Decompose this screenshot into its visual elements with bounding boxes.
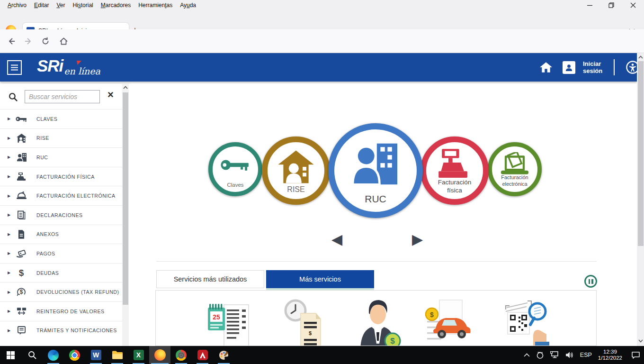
svg-text:25: 25 [213,313,220,321]
svg-text:$: $ [309,330,312,336]
taskbar-explorer-icon[interactable] [107,346,128,364]
menu-marcadores[interactable]: Marcadores [97,0,134,10]
carousel-pause-button[interactable] [584,275,597,288]
scroll-up-icon[interactable] [123,86,128,89]
carousel-rise[interactable]: RISE [262,136,330,205]
tray-time: 12:39 [603,349,617,355]
header-divider [614,59,615,75]
sidebar-item-tramites[interactable]: ▶ TRÁMITES Y NOTIFICACIONES [0,321,122,340]
sri-logo[interactable]: SRien línea [37,56,99,75]
taskbar-word-icon[interactable]: W [85,346,107,364]
hand-card-icon [15,249,27,258]
sidebar-search-row: × [0,88,122,109]
taskbar-acrobat-icon[interactable] [192,346,213,364]
taskbar-chrome-icon[interactable] [64,346,85,364]
start-button[interactable] [0,346,21,364]
chevron-right-icon: ▶ [8,117,10,121]
scroll-up-icon[interactable] [637,55,644,59]
menu-ver[interactable]: Ver [53,0,69,10]
tray-network-icon[interactable] [550,351,559,359]
menu-herramientas[interactable]: Herramientas [134,0,176,10]
tray-date: 1/12/2022 [598,355,622,361]
notification-doc-icon [15,326,27,335]
search-input[interactable] [25,90,100,103]
sidebar-item-devoluciones[interactable]: ▶ $ DEVOLUCIONES (TAX REFUND) [0,282,122,301]
sidebar-item-facturacion-fisica[interactable]: ▶ FACTURACIÓN FÍSICA [0,167,122,186]
main-content: Claves RISE RUC Facturaciónfísica Factur… [129,84,637,346]
sidebar-item-deudas[interactable]: ▶ $ DEUDAS [0,263,122,282]
svg-text:$: $ [390,337,395,346]
carousel-facturacion-fisica[interactable]: Facturaciónfísica [420,136,489,205]
sidebar-item-facturacion-electronica[interactable]: ▶ FACTURACIÓN ELECTRÓNICA [0,186,122,205]
sidebar-close-icon[interactable]: × [107,89,114,101]
carousel-claves[interactable]: Claves [208,142,262,196]
carousel-ruc[interactable]: RUC [328,123,423,218]
search-icon [8,92,18,102]
home-button[interactable] [56,34,71,49]
chevron-right-icon: ▶ [8,271,10,275]
menu-historial[interactable]: Historial [69,0,97,10]
dollar-icon: $ [15,268,27,278]
taskbar-excel-icon[interactable]: X [128,346,149,364]
file-icon [15,230,27,239]
svg-text:$: $ [430,311,434,318]
tab-servicios-mas-utilizados[interactable]: Servicios más utilizados [156,270,264,288]
sidebar-item-rise[interactable]: ▶ RISE [0,128,122,148]
key-icon [15,116,27,122]
dome-machine-icon [15,191,27,200]
close-window-button[interactable] [622,0,644,10]
carousel-prev-button[interactable]: ◀ [331,232,342,246]
firefox-toolbar: https://srienlinea.sri.gob.ec/sri-en-lin… [0,29,644,53]
tab-mas-servicios[interactable]: Más servicios [266,270,374,288]
sidebar-item-claves[interactable]: ▶ CLAVES [0,109,122,128]
tray-meet-now-icon[interactable] [536,351,544,359]
sidebar-item-ruc[interactable]: ▶ RUC [0,147,122,167]
home-icon[interactable] [540,62,552,73]
taskbar-paint-icon[interactable] [213,346,234,364]
sidebar-item-reintegro[interactable]: ▶ REINTEGRO DE VALORES [0,301,122,321]
page-scrollbar[interactable] [637,53,644,346]
pending-declarations-illustration[interactable]: $ [280,297,332,346]
taxpayer-illustration[interactable]: $ [351,297,403,346]
sidebar-item-anexos[interactable]: ▶ ANEXOS [0,225,122,244]
header-actions: Iniciarsesión [540,53,639,82]
vehicle-tax-illustration[interactable]: $ [424,297,476,346]
tray-expand-icon[interactable] [524,353,530,357]
taskbar-firefox-icon[interactable] [149,346,170,364]
login-user-icon[interactable] [563,61,575,74]
sidebar-scrollbar[interactable] [122,84,129,346]
menu-archivo[interactable]: Archivo [4,0,30,10]
sidebar-item-declaraciones[interactable]: ▶ DECLARACIONES [0,205,122,225]
login-button[interactable]: Iniciarsesión [583,60,602,74]
taskbar-chrome-profile-icon[interactable] [170,346,192,364]
menu-ayuda[interactable]: Ayuda [176,0,200,10]
page-scroll-thumb[interactable] [638,61,644,246]
svg-text:$: $ [20,289,23,295]
tray-language-label[interactable]: ESP [580,352,592,358]
carousel-facturacion-electronica[interactable]: Facturaciónelectrónica [488,142,542,196]
minimize-button[interactable] [579,0,600,10]
restore-button[interactable] [600,0,622,10]
forward-button[interactable] [21,34,36,49]
menu-items: Archivo Editar Ver Historial Marcadores … [0,0,200,10]
scroll-down-icon[interactable] [637,339,644,343]
reload-button[interactable] [38,34,53,49]
menu-editar[interactable]: Editar [30,0,53,10]
sri-site-header: SRien línea Iniciarsesión [0,53,637,82]
menu-toggle-button[interactable] [7,60,22,75]
back-button[interactable] [4,34,19,49]
notification-center-icon[interactable] [631,351,640,359]
tray-clock[interactable]: 12:39 1/12/2022 [598,349,622,362]
taskbar-edge-icon[interactable] [43,346,64,364]
carousel-next-button[interactable]: ▶ [412,232,423,246]
documents-icon [15,210,27,219]
document-validity-qr-illustration[interactable] [500,297,552,346]
window-controls [579,0,644,10]
sidebar-item-pagos[interactable]: ▶ PAGOS [0,244,122,263]
tax-calendar-illustration[interactable]: 25 [204,297,256,346]
key-icon [220,158,250,172]
tray-volume-icon[interactable] [565,351,574,359]
sidebar-scroll-thumb[interactable] [123,92,128,305]
taskbar-search-button[interactable] [21,346,43,364]
system-tray: ESP 12:39 1/12/2022 [524,346,640,364]
